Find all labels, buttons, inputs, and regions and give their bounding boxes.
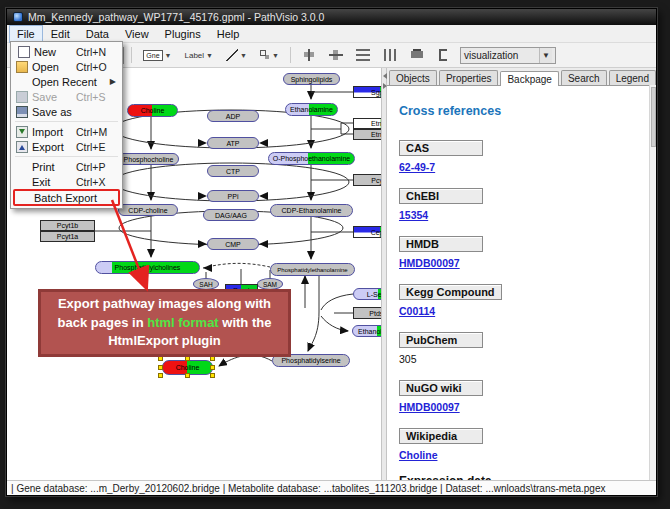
pathway-gene-node[interactable]: Etnk1 [353, 118, 381, 129]
file-menu-batch-export[interactable]: Batch Export [13, 189, 120, 206]
xref-link[interactable]: HMDB00097 [399, 257, 460, 269]
window-title: Mm_Kennedy_pathway_WP1771_45176.gpml - P… [28, 11, 324, 23]
xref-link[interactable]: Choline [399, 449, 438, 461]
file-menu-export[interactable]: ExportCtrl+E [11, 139, 122, 154]
panel-scrollbar[interactable] [649, 85, 656, 480]
pathway-node[interactable]: O-Phosphoethanolamine [268, 152, 355, 165]
pathway-node[interactable]: Sphingolipids [283, 73, 340, 85]
label-icon: Label [185, 51, 205, 60]
file-menu-print[interactable]: PrintCtrl+P [11, 159, 122, 174]
pathway-gene-node[interactable]: Etnk2 [353, 129, 381, 140]
pathway-node[interactable]: ATP [207, 137, 259, 149]
file-menu-exit[interactable]: ExitCtrl+X [11, 174, 122, 189]
chevron-down-icon[interactable]: ▼ [539, 48, 552, 63]
pathway-node[interactable]: Phosphocholine [118, 153, 179, 165]
xref-link[interactable]: C00114 [399, 305, 435, 317]
pathway-gene-node[interactable]: Pcyt1a [40, 231, 95, 242]
title-bar[interactable]: Mm_Kennedy_pathway_WP1771_45176.gpml - P… [7, 9, 656, 25]
file-menu-open-recent[interactable]: Open Recent▶ [11, 74, 122, 89]
xref-section: CAS 62-49-7 [399, 138, 646, 173]
line-tool-button[interactable]: ▼ [222, 46, 251, 65]
no-icon [18, 192, 30, 204]
file-menu-popup: NewCtrl+N OpenCtrl+O Open Recent▶ SaveCt… [10, 41, 123, 209]
align-center-button[interactable] [298, 46, 320, 65]
pathway-node[interactable]: PPi [207, 190, 259, 202]
save-as-disk-icon [16, 106, 28, 118]
xref-link[interactable]: 62-49-7 [399, 161, 435, 173]
pathway-gene-node[interactable]: Pcyt2 [353, 174, 381, 186]
align-edge-icon [437, 49, 451, 61]
pathway-node[interactable]: Phosphatidylethanolamine [270, 263, 355, 276]
xref-link[interactable]: HMDB00097 [399, 401, 460, 413]
selection-handle[interactable] [158, 365, 163, 370]
callout-highlight: html format [147, 315, 219, 330]
selection-handle[interactable] [158, 373, 163, 378]
xref-section: Wikipedia Choline [399, 426, 646, 461]
datanode-tool-button[interactable]: Gne ▼ [139, 46, 175, 65]
menu-help[interactable]: Help [209, 25, 248, 43]
pathway-node[interactable]: ADP [207, 110, 259, 122]
pathway-node[interactable]: CTP [207, 165, 259, 177]
import-icon [16, 126, 28, 138]
tab-objects[interactable]: Objects [389, 70, 437, 85]
pathvisio-logo-icon [13, 12, 23, 22]
xref-section: NuGO wiki HMDB00097 [399, 378, 646, 413]
menu-plugins[interactable]: Plugins [157, 25, 209, 43]
pathvisio-window: Mm_Kennedy_pathway_WP1771_45176.gpml - P… [6, 8, 657, 496]
chevron-down-icon: ▼ [272, 52, 279, 59]
datanode-icon: Gne [143, 50, 162, 61]
tab-properties[interactable]: Properties [439, 70, 499, 85]
pathway-gene-node[interactable]: Ptdss2 [353, 307, 381, 319]
pathway-node[interactable]: Ethanolamine [285, 103, 338, 116]
menu-file[interactable]: File [9, 25, 43, 43]
pathway-gene-node[interactable]: Pcyt1b [40, 220, 95, 231]
shape-tool-button[interactable]: ▼ [256, 46, 283, 65]
pathway-node[interactable]: Phosphatidylcholines [95, 261, 200, 274]
pathway-node[interactable]: Ethanolamine [352, 325, 381, 337]
menu-data[interactable]: Data [78, 25, 117, 43]
stack-icon [410, 49, 424, 61]
annotation-callout: Export pathway images along with back pa… [38, 289, 291, 357]
pathway-node[interactable]: DAG/AAG [203, 209, 259, 221]
stack-button[interactable] [406, 46, 428, 65]
scrollbar-thumb[interactable] [651, 87, 656, 147]
no-icon [16, 161, 28, 173]
toolbar-separator [290, 47, 291, 63]
toolbar-separator [131, 47, 132, 63]
tab-legend[interactable]: Legend [609, 70, 656, 85]
xref-link[interactable]: 15354 [399, 209, 428, 221]
file-menu-save-as[interactable]: Save as [11, 104, 122, 119]
pathway-node[interactable]: L-Serine [353, 288, 381, 300]
file-menu-save[interactable]: SaveCtrl+S [11, 89, 122, 104]
menu-view[interactable]: View [117, 25, 157, 43]
align-edge-button[interactable] [433, 46, 455, 65]
no-icon [16, 76, 28, 88]
xref-section: ChEBI 15354 [399, 186, 646, 221]
file-menu-import[interactable]: ImportCtrl+M [11, 124, 122, 139]
xref-source-name: HMDB [399, 236, 483, 252]
distribute-horizontal-button[interactable] [379, 46, 401, 65]
side-panel: Objects Properties Backpage Search Legen… [387, 68, 656, 480]
chevron-down-icon: ▼ [206, 52, 213, 59]
distribute-vertical-button[interactable] [352, 46, 374, 65]
status-text: | Gene database: ...m_Derby_20120602.bri… [11, 483, 605, 494]
backpage-content: Cross references CAS 62-49-7 ChEBI 15354… [387, 86, 656, 480]
file-menu-open[interactable]: OpenCtrl+O [11, 59, 122, 74]
selection-handle[interactable] [210, 373, 215, 378]
xref-value: 305 [399, 353, 646, 365]
visualization-combobox[interactable]: visualization ▼ [460, 47, 556, 64]
file-menu-new[interactable]: NewCtrl+N [11, 44, 122, 59]
label-tool-button[interactable]: Label ▼ [181, 46, 218, 65]
pathway-gene-node[interactable]: Cept1 [353, 226, 381, 238]
selection-handle[interactable] [185, 373, 190, 378]
pathway-node[interactable]: Choline [127, 104, 178, 117]
pathway-gene-node[interactable]: Sgpl1 [353, 86, 381, 98]
tab-backpage[interactable]: Backpage [500, 71, 558, 86]
pathway-node[interactable]: CDP-Ethanolamine [270, 204, 353, 217]
pathway-node[interactable]: CMP [207, 238, 259, 250]
pathway-node[interactable]: CDP-choline [118, 204, 178, 216]
menu-edit[interactable]: Edit [43, 25, 78, 43]
tab-search[interactable]: Search [561, 70, 607, 85]
selection-handle[interactable] [210, 365, 215, 370]
align-middle-button[interactable] [325, 46, 347, 65]
